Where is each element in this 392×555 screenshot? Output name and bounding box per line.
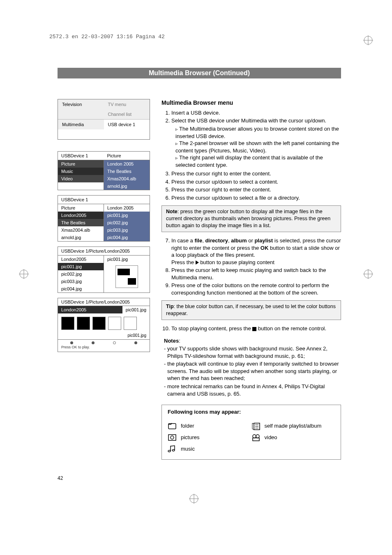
svg-point-19 — [253, 435, 256, 438]
step-3: Press the cursor right to enter the cont… — [171, 170, 341, 177]
browser-panel-2: USBDevice 1 Picture London2005 The Beatl… — [58, 195, 150, 242]
notes-item: - your TV supports slide shows with back… — [167, 345, 341, 359]
dot-red-icon — [70, 341, 73, 344]
pictures-icon — [168, 433, 177, 442]
b2-left-4: arnold.jpg — [58, 234, 104, 241]
right-column: Multimedia Browser menu Insert a USB dev… — [161, 99, 341, 460]
crop-mark-bottom — [189, 494, 199, 504]
b3-left-0: pic001.jpg — [58, 263, 104, 270]
note-box-1: Note: press the green color button to di… — [161, 205, 341, 232]
thumbnail — [124, 317, 137, 330]
icon-video: video — [251, 433, 335, 442]
notes-section: Notes: - your TV supports slide shows wi… — [161, 337, 341, 397]
step-1: Insert a USB device. — [171, 109, 341, 117]
stop-icon — [252, 327, 256, 331]
dot-blue-icon — [134, 341, 137, 344]
b1-right-3: arnold.jpg — [104, 182, 150, 190]
svg-point-20 — [256, 435, 259, 438]
thumbnail-label: pic001.jpg — [58, 333, 150, 339]
b2-head: USBDevice 1 — [58, 196, 91, 204]
b4-left: London2005 — [58, 306, 122, 313]
print-header: 2572.3 en 22-03-2007 13:16 Pagina 42 — [49, 34, 165, 40]
icon-folder: folder — [168, 421, 251, 431]
icon-music: music — [168, 444, 251, 454]
icon-playlist: self made playlist/album — [251, 421, 335, 431]
dot-yellow-icon — [113, 341, 116, 344]
instructions-list-2: In case a file, directory, album or play… — [161, 237, 341, 296]
tv-menu-panel: Television TV menu Channel list Multimed… — [58, 99, 150, 140]
notes-item: - more technical remarks can be found in… — [167, 383, 341, 397]
b2-right-1: pic002.jpg — [104, 219, 150, 226]
svg-rect-13 — [168, 435, 176, 440]
b1-left-2: Video — [58, 175, 104, 182]
browser-panel-3: USBDevice 1/Picture/London2005 London200… — [58, 246, 150, 293]
b3-left-3: pic004.jpg — [58, 285, 104, 292]
step-2-sub: The right panel will display the content… — [175, 154, 341, 168]
step-2-sub: The Multimedia browser allows you to bro… — [175, 125, 341, 140]
tv-menu-channel-list: Channel list — [104, 109, 150, 119]
b3-path: USBDevice 1/Picture/London2005 — [58, 247, 133, 255]
instructions-list: Insert a USB device. Select the USB devi… — [161, 109, 341, 202]
folder-icon — [168, 421, 177, 431]
b2-left-1: London2005 — [58, 212, 104, 219]
music-icon — [168, 444, 177, 454]
icon-pictures: pictures — [168, 433, 251, 442]
b2-left-3: Xmas2004.alb — [58, 226, 104, 234]
step-9: Press one of the color buttons on the re… — [171, 282, 341, 296]
svg-rect-21 — [253, 438, 259, 441]
icons-heading: Following icons may appear: — [168, 408, 335, 416]
crop-mark-left — [19, 269, 29, 279]
step-4: Press the cursor up/down to select a con… — [171, 178, 341, 186]
b1-right-2: Xmas2004.alb — [104, 175, 150, 182]
video-icon — [251, 433, 261, 442]
thumbnail — [108, 317, 121, 330]
b1-head-left: USBDevice 1 — [58, 152, 104, 160]
left-column: Television TV menu Channel list Multimed… — [58, 99, 150, 460]
b2-left-0: Picture — [58, 204, 104, 212]
icons-legend: Following icons may appear: folder pictu… — [161, 405, 341, 460]
b2-right-2: pic003.jpg — [104, 226, 150, 234]
b3-left-2: pic003.jpg — [58, 278, 104, 285]
b4-right: pic001.jpg — [122, 306, 150, 313]
play-hint: Press OK to play. — [58, 345, 150, 352]
b3-right-head: pic001.jpg — [104, 256, 150, 263]
step-7: In case a file, directory, album or play… — [171, 237, 341, 266]
thumbnail-grid — [58, 313, 150, 333]
b1-left-1: Music — [58, 168, 104, 175]
b2-left-2: The Beatles — [58, 219, 104, 226]
play-icon — [196, 260, 199, 265]
preview-thumbnail — [115, 265, 138, 288]
instructions-heading: Multimedia Browser menu — [161, 99, 341, 107]
dot-green-icon — [92, 341, 95, 344]
tip-box: Tip: the blue color button can, if neces… — [161, 300, 341, 320]
step-6: Press the cursor up/down to select a fil… — [171, 194, 341, 202]
step-5: Press the cursor right to enter the cont… — [171, 186, 341, 193]
b2-right-head: London 2005 — [104, 204, 150, 212]
browser-panel-4: USBDevice 1/Picture/London2005 London200… — [58, 298, 150, 352]
tv-menu-tvmenu: TV menu — [104, 99, 150, 109]
tv-menu-television: Television — [58, 99, 104, 109]
b2-right-0: pic001.jpg — [104, 212, 150, 219]
step-2-sub: The 2-panel browser will be shown with t… — [175, 140, 341, 154]
step-2: Select the USB device under Multimedia w… — [171, 117, 341, 168]
step-8: Press the cursor left to keep music play… — [171, 267, 341, 281]
notes-item: - the playback will continue to play eve… — [167, 360, 341, 382]
b4-path: USBDevice 1/Picture/London2005 — [58, 298, 150, 306]
b2-right-3: pic004.jpg — [104, 234, 150, 241]
svg-point-14 — [171, 436, 174, 439]
instructions-list-3: To stop playing content, press the butto… — [161, 325, 341, 332]
browser-panel-1: USBDevice 1Picture Picture Music Video L… — [58, 151, 150, 190]
thumbnail — [61, 317, 74, 330]
tv-menu-multimedia: Multimedia — [58, 120, 104, 129]
section-title: Multimedia Browser (Continued) — [58, 68, 341, 78]
crop-mark-top — [363, 35, 373, 45]
b1-right-0: London 2005 — [104, 160, 150, 168]
tv-menu-usb: USB device 1 — [104, 120, 150, 129]
thumbnail — [77, 317, 90, 330]
b3-left-head: London2005 — [58, 256, 104, 263]
page-number: 42 — [58, 475, 63, 481]
crop-mark-right — [363, 269, 373, 279]
b1-head-right: Picture — [104, 152, 150, 160]
playlist-icon — [251, 421, 261, 431]
page-body: Multimedia Browser (Continued) Televisio… — [58, 68, 341, 460]
